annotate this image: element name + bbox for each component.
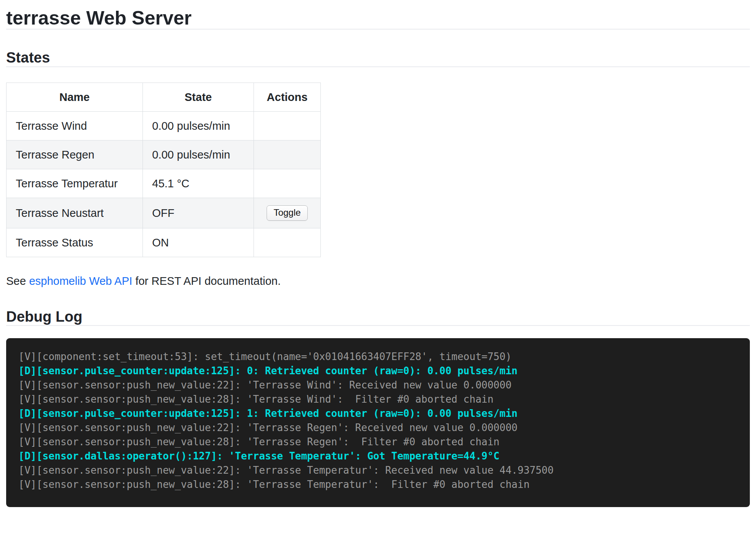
divider — [6, 325, 750, 326]
states-table: NameStateActions Terrasse Wind0.00 pulse… — [6, 83, 321, 257]
divider — [6, 66, 750, 67]
states-heading: States — [6, 50, 750, 66]
state-name-cell: Terrasse Temperatur — [7, 169, 143, 198]
state-name-cell: Terrasse Wind — [7, 111, 143, 140]
actions-cell — [254, 169, 321, 198]
state-value-cell: OFF — [143, 198, 254, 228]
state-value-cell: 0.00 pulses/min — [143, 140, 254, 169]
log-line-verbose: [V][sensor.sensor:push_new_value:28]: 'T… — [18, 435, 738, 449]
table-row: Terrasse Temperatur45.1 °C — [7, 169, 321, 198]
column-header-state: State — [143, 83, 254, 111]
state-name-cell: Terrasse Status — [7, 228, 143, 257]
log-line-debug: [D][sensor.pulse_counter:update:125]: 1:… — [18, 406, 738, 421]
column-header-actions: Actions — [254, 83, 321, 111]
api-note: See esphomelib Web API for REST API docu… — [6, 273, 750, 289]
log-line-verbose: [V][sensor.sensor:push_new_value:22]: 'T… — [18, 463, 738, 478]
divider — [6, 29, 750, 30]
log-line-verbose: [V][sensor.sensor:push_new_value:22]: 'T… — [18, 421, 738, 435]
api-note-prefix: See — [6, 275, 29, 287]
page-container: terrasse Web Server States NameStateActi… — [0, 8, 756, 507]
toggle-button[interactable]: Toggle — [267, 205, 308, 221]
api-note-suffix: for REST API documentation. — [132, 275, 280, 287]
log-line-debug: [D][sensor.dallas:operator():127]: 'Terr… — [18, 449, 738, 463]
log-line-debug: [D][sensor.pulse_counter:update:125]: 0:… — [18, 364, 738, 378]
state-value-cell: 45.1 °C — [143, 169, 254, 198]
state-name-cell: Terrasse Neustart — [7, 198, 143, 228]
log-line-verbose: [V][component:set_timeout:53]: set_timeo… — [18, 350, 738, 364]
actions-cell — [254, 228, 321, 257]
table-row: Terrasse Wind0.00 pulses/min — [7, 111, 321, 140]
log-line-verbose: [V][sensor.sensor:push_new_value:28]: 'T… — [18, 478, 738, 492]
state-value-cell: 0.00 pulses/min — [143, 111, 254, 140]
table-header-row: NameStateActions — [7, 83, 321, 111]
table-row: Terrasse Regen0.00 pulses/min — [7, 140, 321, 169]
page-title: terrasse Web Server — [6, 8, 750, 29]
log-line-verbose: [V][sensor.sensor:push_new_value:28]: 'T… — [18, 392, 738, 406]
column-header-name: Name — [7, 83, 143, 111]
log-line-verbose: [V][sensor.sensor:push_new_value:22]: 'T… — [18, 378, 738, 392]
debug-log-heading: Debug Log — [6, 309, 750, 326]
table-row: Terrasse StatusON — [7, 228, 321, 257]
table-row: Terrasse NeustartOFFToggle — [7, 198, 321, 228]
debug-log-console: [V][component:set_timeout:53]: set_timeo… — [6, 338, 750, 507]
web-api-link[interactable]: esphomelib Web API — [29, 275, 133, 287]
actions-cell: Toggle — [254, 198, 321, 228]
actions-cell — [254, 111, 321, 140]
state-name-cell: Terrasse Regen — [7, 140, 143, 169]
actions-cell — [254, 140, 321, 169]
state-value-cell: ON — [143, 228, 254, 257]
